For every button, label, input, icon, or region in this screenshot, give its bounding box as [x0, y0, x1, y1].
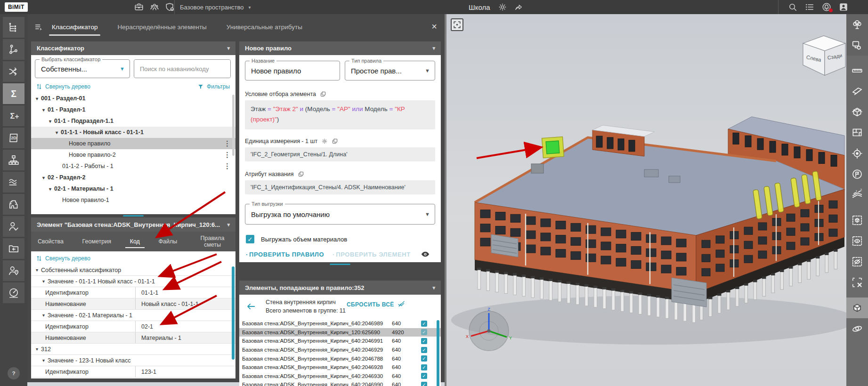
- viewport-button-levels[interactable]: 12: [846, 185, 868, 205]
- elements-section-header[interactable]: Элементы, попадающие в правило:352 ▾: [239, 281, 441, 295]
- code-group-row[interactable]: ▾Значение - 02-1 Материалы - 1: [31, 310, 235, 321]
- code-kv-row[interactable]: Идентификатор02-1: [31, 321, 235, 332]
- rule-section-header[interactable]: Новое правило ▾: [239, 41, 441, 55]
- tree-node[interactable]: Новое правило-1: [31, 194, 235, 206]
- element-checkbox[interactable]: ✓: [421, 382, 427, 386]
- element-tab-[interactable]: Геометрия: [82, 238, 111, 245]
- panel-tab-active[interactable]: Классификатор: [52, 24, 97, 31]
- classifier-section-header[interactable]: Классификатор ▾: [31, 41, 235, 55]
- viewport-button-isolate-element[interactable]: [846, 210, 868, 231]
- viewport-button-select-region[interactable]: [846, 35, 868, 56]
- expand-caret-icon[interactable]: ▾: [42, 175, 45, 180]
- kebab-menu-icon[interactable]: ⋮: [224, 151, 231, 159]
- viewport-button-flag[interactable]: [846, 164, 868, 185]
- expand-caret-icon[interactable]: ▾: [56, 130, 58, 135]
- fullscreen-button[interactable]: [451, 18, 463, 31]
- help-button[interactable]: ?: [8, 367, 20, 379]
- element-list-row[interactable]: Базовая стена:ADSK_Внутренняя_Кирпич_640…: [239, 372, 441, 381]
- code-group-row[interactable]: ▾312: [31, 344, 235, 355]
- 3d-viewport[interactable]: Слева Сзади Z X Y 12: [446, 14, 868, 386]
- copy-icon[interactable]: [332, 138, 338, 145]
- rail-button-org-chart[interactable]: [3, 150, 24, 170]
- expand-caret-icon[interactable]: ▾: [36, 267, 38, 273]
- view-cube[interactable]: Слева Сзади: [793, 31, 852, 82]
- viewport-button-orbit[interactable]: [846, 318, 868, 339]
- expand-caret-icon[interactable]: ▾: [42, 358, 45, 363]
- rail-button-gauge[interactable]: [3, 282, 24, 303]
- element-checkbox[interactable]: ✓: [421, 373, 427, 379]
- expand-caret-icon[interactable]: ▾: [42, 313, 45, 318]
- check-rule-button[interactable]: ПРОВЕРИТЬ ПРАВИЛО: [246, 251, 324, 258]
- share-icon[interactable]: [514, 2, 523, 12]
- tree-node[interactable]: 01-1-2 - Работы - 1⋮: [31, 161, 235, 172]
- code-group-row[interactable]: ▾Собственный классификатор: [31, 265, 235, 276]
- selected-element-green[interactable]: [542, 137, 564, 158]
- search-icon[interactable]: [787, 2, 798, 12]
- code-group-row[interactable]: ▾Значение - 123-1 Новый класс: [31, 355, 235, 366]
- rule-type-select[interactable]: Тип правила Простое прав... ▼: [345, 61, 435, 80]
- splitter-handle[interactable]: [123, 215, 144, 217]
- element-checkbox[interactable]: ✓: [421, 355, 427, 362]
- expand-caret-icon[interactable]: ▾: [36, 346, 38, 352]
- expand-caret-icon[interactable]: ▾: [42, 107, 45, 113]
- rail-button-plugins-puzzle[interactable]: [3, 194, 24, 215]
- rule-name-field[interactable]: Название Новое правило: [245, 61, 340, 80]
- collapse-section-icon[interactable]: ▾: [227, 222, 230, 228]
- tree-node[interactable]: ▾001 - Раздел-01: [31, 93, 235, 104]
- viewport-button-project-tree[interactable]: [846, 14, 868, 35]
- element-list-row[interactable]: Базовая стена:ADSK_Внутренняя_Кирпич_640…: [239, 346, 441, 354]
- condition-expression[interactable]: Этаж = "Этаж 2" и (Модель = "АР" или Мод…: [245, 100, 435, 129]
- close-icon[interactable]: ×: [431, 22, 437, 31]
- rail-button-classifier-tree[interactable]: [3, 17, 24, 38]
- workspace-select[interactable]: Базовое пространство ▾: [180, 0, 251, 14]
- navigation-gizmo[interactable]: Z X Y: [463, 305, 515, 357]
- element-list-row[interactable]: Базовая стена:ADSK_Внутренняя_Кирпич_640…: [239, 363, 441, 372]
- tree-node[interactable]: ▾01-1-1 - Новый класс - 01-1-1: [31, 127, 235, 138]
- export-type-select[interactable]: Тип выгрузки Выгрузка по умолчанию ▼: [245, 204, 435, 225]
- element-list-row[interactable]: Базовая стена:ADSK_Внутренняя_Кирпич_640…: [239, 319, 441, 328]
- rail-button-sum-plus[interactable]: Σ: [3, 105, 24, 126]
- panel-menu-icon[interactable]: [34, 22, 44, 32]
- expand-caret-icon[interactable]: ▾: [36, 96, 38, 101]
- element-checkbox[interactable]: ✓: [421, 338, 427, 344]
- expand-caret-icon[interactable]: ▾: [42, 279, 45, 284]
- tree-node[interactable]: ▾01 - Раздел-1: [31, 104, 235, 115]
- viewport-button-floorplan[interactable]: [846, 122, 868, 143]
- scrollbar[interactable]: [232, 95, 235, 156]
- back-arrow-icon[interactable]: [246, 301, 256, 312]
- copy-icon[interactable]: [298, 171, 304, 177]
- element-list-row[interactable]: Базовая стена:ADSK_Внутренняя_Кирпич_640…: [239, 354, 441, 363]
- tree-node[interactable]: ▾01-1 - Подраздел-1.1: [31, 115, 235, 127]
- unit-value-box[interactable]: 'IFC_2_Геометрия_Стены/1. Длина': [245, 147, 435, 161]
- tree-node[interactable]: ▾02-1 - Материалы - 1: [31, 183, 235, 194]
- element-list-row[interactable]: Базовая стена:ADSK_Внутренняя_Кирпич_640…: [239, 380, 441, 386]
- code-kv-row[interactable]: Идентификатор123-1: [31, 366, 235, 378]
- collapse-tree-link-2[interactable]: Свернуть дерево: [36, 255, 90, 262]
- tree-node[interactable]: Новое правило-2⋮: [31, 149, 235, 161]
- team-icon[interactable]: [149, 2, 160, 12]
- rail-button-shuffle[interactable]: [3, 61, 24, 82]
- classifier-select[interactable]: Выбрать классификатор Собственны... ▼: [35, 59, 130, 78]
- collapse-section-icon[interactable]: ▾: [227, 45, 230, 51]
- viewport-button-show-element[interactable]: [846, 231, 868, 251]
- panel-tab-[interactable]: Универсальные атрибуты: [227, 24, 302, 31]
- briefcase-icon[interactable]: [134, 2, 144, 12]
- shield-user-icon[interactable]: [165, 2, 175, 12]
- panel-resizer[interactable]: [445, 14, 446, 386]
- settings-gear-icon[interactable]: [498, 2, 507, 12]
- kebab-menu-icon[interactable]: ⋮: [224, 139, 231, 148]
- tree-node[interactable]: ▾02 - Раздел-2: [31, 172, 235, 183]
- element-section-header[interactable]: Элемент "Базовая стена:ADSK_Внутренняя_К…: [31, 217, 235, 232]
- viewport-button-section-box[interactable]: [846, 102, 868, 122]
- viewport-button-clear-selection[interactable]: [846, 272, 868, 293]
- element-checkbox[interactable]: ✓: [421, 347, 427, 353]
- rail-button-user-check[interactable]: [3, 216, 24, 237]
- expand-caret-icon[interactable]: ▾: [49, 119, 51, 124]
- viewport-button-ruler[interactable]: [846, 60, 868, 81]
- code-group-row[interactable]: ▾Значение - 01-1-1 Новый класс - 01-1-1: [31, 276, 235, 287]
- code-kv-row[interactable]: Идентификатор01-1-1: [31, 287, 235, 298]
- export-materials-checkbox[interactable]: ✓ Выгружать объем материалов: [246, 235, 347, 243]
- collapse-tree-link[interactable]: Свернуть дерево: [36, 83, 90, 90]
- element-tab-[interactable]: Правила сметы: [196, 235, 229, 249]
- collapse-section-icon[interactable]: ▾: [432, 285, 435, 291]
